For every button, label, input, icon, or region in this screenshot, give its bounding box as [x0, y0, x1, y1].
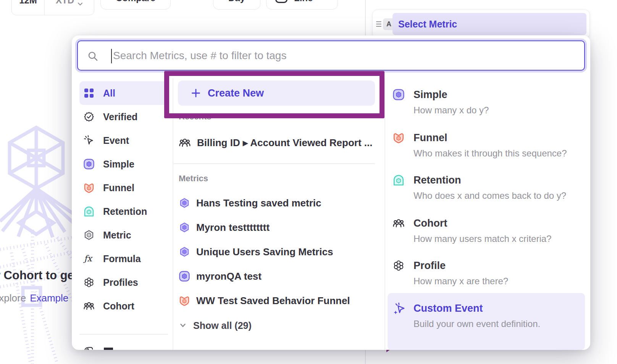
metric-item-label: myronQA test — [196, 271, 262, 282]
drag-handle-icon[interactable] — [376, 21, 381, 27]
type-name: Cohort — [413, 216, 585, 230]
select-metric-pill[interactable]: Select Metric — [392, 13, 586, 35]
metric-item-label: Hans Testing saved metric — [196, 197, 321, 209]
time-range-group[interactable]: 12M XTD — [11, 0, 94, 15]
profiles-flower-icon — [392, 259, 405, 272]
sidebar-item-label: Cohort — [103, 301, 134, 312]
event-cursor-icon — [83, 135, 95, 146]
type-name: Simple — [413, 88, 585, 101]
metric-hexagon-icon — [83, 229, 95, 241]
search-input[interactable] — [78, 41, 584, 70]
background-wireframe-graphic — [0, 123, 73, 364]
sidebar-item-retention[interactable]: Retention — [79, 200, 168, 223]
custom-event-icon — [392, 302, 405, 315]
metric-item-label: Unique Users Saving Metrics — [196, 246, 333, 258]
recent-item-label: Billing ID ▸ Account Viewed Report ... — [197, 137, 372, 149]
type-entry-cohort[interactable]: Cohort How many users match x criteria? — [389, 216, 585, 245]
type-entry-retention[interactable]: Retention Who does x and comes back to d… — [389, 173, 585, 202]
sidebar-item-label: Funnel — [103, 182, 134, 193]
annotation-highlight-box — [164, 71, 384, 118]
compare-button[interactable]: Compare — [100, 0, 171, 10]
metric-item-label: WW Test Saved Behavior Funnel — [196, 295, 350, 307]
range-xtd-button[interactable]: XTD — [45, 0, 94, 15]
type-description: Build your own event definition. — [413, 317, 585, 330]
saved-metric-hexagon-icon — [179, 197, 190, 209]
metric-item-label: Myron testttttttt — [196, 222, 270, 234]
funnel-icon — [179, 295, 190, 306]
simple-metric-icon — [83, 158, 95, 170]
example-reports-link[interactable]: Example R — [30, 292, 78, 304]
svg-text:ƒx: ƒx — [83, 254, 93, 263]
type-name: Funnel — [413, 131, 585, 145]
type-name: Custom Event — [413, 301, 585, 315]
chevron-down-icon — [179, 321, 187, 330]
sidebar-item-event[interactable]: Event — [79, 129, 168, 152]
sidebar-section-divider — [79, 334, 168, 335]
search-bar[interactable] — [77, 40, 585, 71]
grid-icon — [83, 87, 95, 99]
metrics-section-label: Metrics — [179, 174, 208, 184]
recent-item-row[interactable]: Billing ID ▸ Account Viewed Report ... — [179, 132, 375, 153]
sidebar-item-simple[interactable]: Simple — [79, 152, 168, 176]
type-description: How many x are there? — [413, 275, 585, 288]
range-12m-button[interactable]: 12M — [12, 0, 45, 15]
show-all-label: Show all (29) — [193, 320, 252, 331]
type-description: Who makes it through this sequence? — [413, 147, 585, 160]
saved-metric-hexagon-icon — [179, 222, 190, 233]
sidebar-item-partial-label-fragment — [104, 348, 113, 350]
type-description: Who does x and comes back to do y? — [413, 189, 585, 202]
metric-series-card: A Select Metric — [372, 10, 590, 39]
select-metric-label: Select Metric — [398, 19, 457, 30]
verified-seal-icon — [83, 111, 95, 122]
sidebar-item-cohort[interactable]: Cohort — [79, 294, 168, 318]
sidebar-item-label: Event — [103, 135, 129, 146]
sidebar-item-label: Formula — [103, 253, 141, 264]
cohort-people-icon — [392, 217, 405, 229]
range-xtd-label: XTD — [56, 0, 74, 6]
metric-list-item[interactable]: Unique Users Saving Metrics — [179, 241, 375, 263]
sidebar-item-profiles[interactable]: Profiles — [79, 271, 168, 294]
line-chart-icon — [275, 0, 288, 3]
saved-metric-hexagon-icon — [179, 246, 190, 258]
sidebar-item-funnel[interactable]: Funnel — [79, 176, 168, 200]
line-label: Line — [294, 0, 313, 3]
right-panel-divider — [384, 78, 385, 350]
tag-icon — [83, 345, 94, 350]
metric-list-item[interactable]: myronQA test — [179, 266, 375, 287]
empty-state-headline: or Cohort to get — [0, 269, 78, 282]
day-label: Day — [228, 0, 245, 3]
metric-list-item[interactable]: WW Test Saved Behavior Funnel — [179, 290, 375, 311]
day-button[interactable]: Day — [213, 0, 260, 10]
compare-label: Compare — [116, 0, 155, 3]
sidebar-item-label: Profiles — [103, 277, 138, 288]
simple-metric-icon — [179, 271, 190, 282]
empty-state-explore-line: ExploreExample R — [0, 292, 78, 304]
sidebar-item-partial[interactable] — [83, 345, 94, 350]
type-entry-simple[interactable]: Simple How many x do y? — [389, 88, 585, 117]
recents-metrics-divider — [174, 163, 375, 164]
chevron-down-icon — [78, 2, 83, 6]
type-entry-custom-event[interactable]: Custom Event Build your own event defini… — [389, 301, 585, 330]
sidebar-item-label: Verified — [103, 111, 137, 122]
type-entry-funnel[interactable]: Funnel Who makes it through this sequenc… — [389, 131, 585, 160]
type-name: Profile — [413, 259, 585, 272]
metric-list-item[interactable]: Myron testttttttt — [179, 217, 375, 238]
sidebar-item-verified[interactable]: Verified — [79, 105, 168, 129]
sidebar-item-label: Metric — [103, 230, 131, 241]
formula-fx-icon: ƒx — [83, 253, 95, 264]
sidebar-item-metric[interactable]: Metric — [79, 223, 168, 247]
funnel-icon — [392, 132, 405, 144]
show-all-toggle[interactable]: Show all (29) — [179, 315, 375, 336]
type-description: How many users match x criteria? — [413, 232, 585, 245]
cohort-people-icon — [83, 300, 95, 312]
sidebar-item-all[interactable]: All — [79, 81, 168, 105]
type-name: Retention — [413, 173, 585, 187]
sidebar-item-label: Retention — [103, 206, 147, 217]
metric-list-item[interactable]: Hans Testing saved metric — [179, 192, 375, 214]
sidebar-item-label: All — [103, 88, 115, 99]
sidebar-divider — [173, 78, 173, 350]
page: 12M XTD Compare Day Line — [0, 0, 617, 364]
type-entry-profile[interactable]: Profile How many x are there? — [389, 259, 585, 288]
sidebar-item-formula[interactable]: ƒx Formula — [79, 247, 168, 271]
line-chart-type-button[interactable]: Line — [266, 0, 338, 10]
